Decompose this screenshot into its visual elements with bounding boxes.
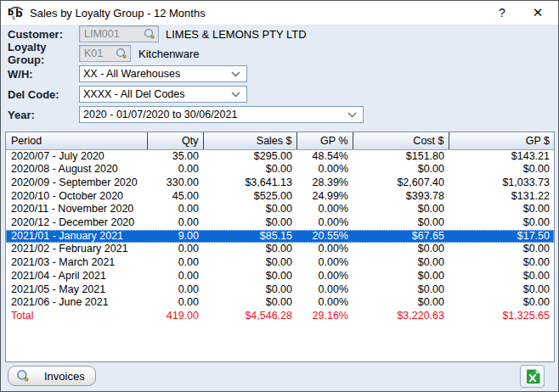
gp-cell[interactable]: $0.00: [449, 283, 554, 297]
column-header-sales[interactable]: Sales $: [203, 132, 296, 149]
table-row[interactable]: 2020/09 - September 2020 330.00 $3,641.1…: [6, 176, 554, 190]
gp-cell[interactable]: $0.00: [449, 163, 554, 176]
gp-cell[interactable]: $0.00: [449, 216, 554, 230]
sales-cell[interactable]: $0.00: [203, 203, 296, 216]
table-row[interactable]: 2020/07 - July 2020 35.00 $295.00 48.54%…: [6, 149, 554, 163]
table-row[interactable]: 2021/04 - April 2021 0.00 $0.00 0.00% $0…: [6, 270, 554, 283]
table-row[interactable]: 2020/08 - August 2020 0.00 $0.00 0.00% $…: [6, 163, 554, 176]
gp-cell[interactable]: $0.00: [449, 256, 554, 270]
column-header-qty[interactable]: Qty: [147, 132, 203, 149]
qty-cell[interactable]: 0.00: [147, 296, 203, 310]
period-cell[interactable]: 2020/07 - July 2020: [6, 149, 147, 163]
table-row[interactable]: 2021/02 - February 2021 0.00 $0.00 0.00%…: [6, 243, 554, 256]
table-row[interactable]: 2020/12 - December 2020 0.00 $0.00 0.00%…: [6, 216, 554, 230]
magnifier-icon[interactable]: [116, 48, 127, 59]
gp-cell[interactable]: $0.00: [449, 243, 554, 256]
cost-cell[interactable]: $2,607.40: [353, 176, 449, 190]
sales-cell[interactable]: $525.00: [203, 190, 296, 204]
period-cell[interactable]: 2021/05 - May 2021: [6, 283, 147, 297]
period-cell[interactable]: 2020/12 - December 2020: [6, 216, 147, 230]
del-code-select[interactable]: XXXX - All Del Codes: [79, 86, 247, 103]
table-row[interactable]: 2020/11 - November 2020 0.00 $0.00 0.00%…: [6, 203, 554, 216]
gp-cell[interactable]: $1,033.73: [449, 176, 554, 190]
sales-cell[interactable]: $3,641.13: [203, 176, 296, 190]
period-cell[interactable]: 2020/10 - October 2020: [6, 190, 147, 204]
period-cell[interactable]: 2021/04 - April 2021: [6, 270, 147, 283]
close-button[interactable]: ✕: [524, 1, 551, 25]
cost-cell[interactable]: $0.00: [353, 283, 449, 297]
cost-cell[interactable]: $0.00: [353, 296, 449, 310]
column-header-gp[interactable]: GP $: [449, 132, 554, 149]
qty-cell[interactable]: 0.00: [147, 203, 203, 216]
qty-cell[interactable]: 35.00: [147, 149, 203, 163]
qty-cell[interactable]: 0.00: [147, 283, 203, 297]
sales-cell[interactable]: $0.00: [203, 163, 296, 176]
qty-cell[interactable]: 0.00: [147, 243, 203, 256]
gp-pct-cell[interactable]: 20.55%: [296, 230, 353, 244]
gp-cell[interactable]: $0.00: [449, 296, 554, 310]
period-cell[interactable]: 2020/11 - November 2020: [6, 203, 147, 216]
period-cell[interactable]: 2020/08 - August 2020: [6, 163, 147, 176]
export-to-excel-button[interactable]: [520, 365, 545, 388]
cost-cell[interactable]: $0.00: [353, 203, 449, 216]
gp-pct-cell[interactable]: 0.00%: [296, 243, 353, 256]
gp-cell[interactable]: $0.00: [449, 203, 554, 216]
loyalty-group-code-field[interactable]: [79, 45, 131, 62]
cost-cell[interactable]: $0.00: [353, 243, 449, 256]
sales-cell[interactable]: $0.00: [203, 270, 296, 283]
help-button[interactable]: ?: [488, 1, 516, 25]
gp-pct-cell[interactable]: 0.00%: [296, 270, 353, 283]
cost-cell[interactable]: $393.78: [353, 190, 449, 204]
table-row[interactable]: 2021/05 - May 2021 0.00 $0.00 0.00% $0.0…: [6, 283, 554, 297]
customer-code-input[interactable]: [80, 28, 144, 40]
gp-cell[interactable]: $131.22: [449, 190, 554, 204]
period-cell[interactable]: 2021/06 - June 2021: [6, 296, 147, 310]
gp-pct-cell[interactable]: 24.99%: [296, 190, 353, 204]
sales-cell[interactable]: $85.15: [203, 230, 296, 244]
sales-cell[interactable]: $0.00: [203, 256, 296, 270]
qty-cell[interactable]: 330.00: [147, 176, 203, 190]
table-row[interactable]: 2021/06 - June 2021 0.00 $0.00 0.00% $0.…: [6, 296, 554, 310]
cost-cell[interactable]: $0.00: [353, 270, 449, 283]
qty-cell[interactable]: 0.00: [147, 163, 203, 176]
table-row[interactable]: 2021/03 - March 2021 0.00 $0.00 0.00% $0…: [6, 256, 554, 270]
year-select[interactable]: 2020 - 01/07/2020 to 30/06/2021: [79, 106, 364, 123]
table-row[interactable]: 2021/01 - January 2021 9.00 $85.15 20.55…: [6, 230, 554, 244]
column-header-period[interactable]: Period: [6, 132, 147, 149]
qty-cell[interactable]: 0.00: [147, 216, 203, 230]
sales-cell[interactable]: $295.00: [203, 149, 296, 163]
warehouse-select[interactable]: XX - All Warehouses: [79, 65, 247, 82]
cost-cell[interactable]: $0.00: [353, 163, 449, 176]
gp-pct-cell[interactable]: 0.00%: [296, 283, 353, 297]
gp-pct-cell[interactable]: 28.39%: [296, 176, 353, 190]
sales-cell[interactable]: $0.00: [203, 216, 296, 230]
cost-cell[interactable]: $0.00: [353, 216, 449, 230]
customer-code-field[interactable]: [79, 25, 159, 42]
period-cell[interactable]: 2020/09 - September 2020: [6, 176, 147, 190]
qty-cell[interactable]: 0.00: [147, 270, 203, 283]
magnifier-icon[interactable]: [144, 28, 155, 40]
gp-pct-cell[interactable]: 48.54%: [296, 149, 353, 163]
table-row[interactable]: 2020/10 - October 2020 45.00 $525.00 24.…: [6, 190, 554, 204]
period-cell[interactable]: 2021/03 - March 2021: [6, 256, 147, 270]
cost-cell[interactable]: $0.00: [353, 256, 449, 270]
gp-pct-cell[interactable]: 0.00%: [296, 216, 353, 230]
period-cell[interactable]: 2021/01 - January 2021: [6, 230, 147, 244]
loyalty-group-code-input[interactable]: [80, 48, 116, 59]
cost-cell[interactable]: $151.80: [353, 149, 449, 163]
period-cell[interactable]: 2021/02 - February 2021: [6, 243, 147, 256]
gp-pct-cell[interactable]: 0.00%: [296, 296, 353, 310]
gp-cell[interactable]: $143.21: [449, 149, 554, 163]
gp-cell[interactable]: $0.00: [449, 270, 554, 283]
invoices-button[interactable]: Invoices: [8, 366, 96, 386]
gp-pct-cell[interactable]: 0.00%: [296, 163, 353, 176]
gp-pct-cell[interactable]: 0.00%: [296, 256, 353, 270]
gp-cell[interactable]: $17.50: [449, 230, 554, 244]
column-header-cost[interactable]: Cost $: [353, 132, 449, 149]
qty-cell[interactable]: 0.00: [147, 256, 203, 270]
sales-cell[interactable]: $0.00: [203, 296, 296, 310]
qty-cell[interactable]: 9.00: [147, 230, 203, 244]
column-header-gp-pct[interactable]: GP %: [296, 132, 353, 149]
qty-cell[interactable]: 45.00: [147, 190, 203, 204]
cost-cell[interactable]: $67.65: [353, 230, 449, 244]
